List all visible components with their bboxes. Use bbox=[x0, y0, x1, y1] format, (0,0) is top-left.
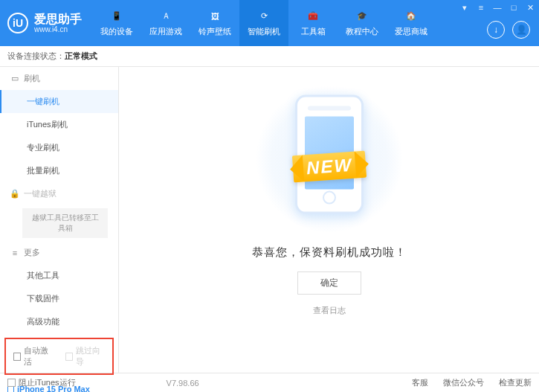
nav-label: 我的设备 bbox=[100, 26, 133, 37]
status-bar: 设备连接状态： 正常模式 bbox=[0, 46, 539, 67]
menu-button[interactable]: ▾ bbox=[460, 3, 469, 13]
status-value: 正常模式 bbox=[65, 51, 97, 62]
download-button[interactable]: ↓ bbox=[487, 21, 505, 39]
sidebar-item-other[interactable]: 其他工具 bbox=[0, 264, 118, 287]
nav-label: 铃声壁纸 bbox=[199, 26, 231, 37]
nav-label: 应用游戏 bbox=[149, 26, 182, 37]
nav-label: 爱思商城 bbox=[395, 26, 427, 37]
update-link[interactable]: 检查更新 bbox=[499, 377, 532, 388]
nav-flash[interactable]: ⟳智能刷机 bbox=[239, 0, 288, 46]
store-icon: 🏠 bbox=[404, 10, 419, 23]
nav-apps[interactable]: Ａ应用游戏 bbox=[141, 0, 190, 46]
nav-store[interactable]: 🏠爱思商城 bbox=[387, 0, 436, 46]
device-icon: 📱 bbox=[109, 10, 124, 23]
checkbox-label: 跳过向导 bbox=[76, 345, 105, 367]
success-illustration: NEW bbox=[255, 85, 404, 234]
minimize-button[interactable]: — bbox=[493, 3, 502, 13]
apps-icon: Ａ bbox=[158, 10, 173, 23]
toolbox-icon: 🧰 bbox=[306, 10, 320, 23]
window-controls: ▾ ≡ — □ ✕ bbox=[460, 3, 535, 13]
nav-wallpaper[interactable]: 🖼铃声壁纸 bbox=[190, 0, 239, 46]
main-content: NEW 恭喜您，保资料刷机成功啦！ 确定 查看日志 bbox=[119, 67, 539, 373]
success-message: 恭喜您，保资料刷机成功啦！ bbox=[252, 245, 407, 260]
sidebar-item-pro[interactable]: 专业刷机 bbox=[0, 136, 118, 159]
maximize-button[interactable]: □ bbox=[509, 3, 518, 13]
group-label: 刷机 bbox=[24, 73, 40, 84]
title-bar: iU 爱思助手 www.i4.cn 📱我的设备 Ａ应用游戏 🖼铃声壁纸 ⟳智能刷… bbox=[0, 0, 539, 46]
sidebar-item-oneclick[interactable]: 一键刷机 bbox=[0, 90, 118, 113]
logo-icon: iU bbox=[7, 13, 28, 33]
nav-label: 工具箱 bbox=[301, 26, 326, 37]
app-url: www.i4.cn bbox=[34, 25, 82, 33]
options-highlight: 自动激活 跳过向导 bbox=[4, 338, 114, 375]
sidebar-item-batch[interactable]: 批量刷机 bbox=[0, 159, 118, 182]
group-label: 更多 bbox=[24, 247, 40, 258]
jailbreak-notice: 越狱工具已转移至工具箱 bbox=[22, 208, 108, 238]
checkbox-label: 自动激活 bbox=[24, 345, 53, 367]
account-button[interactable]: 👤 bbox=[512, 21, 530, 39]
app-name: 爱思助手 bbox=[34, 13, 82, 26]
nav-label: 智能刷机 bbox=[248, 26, 280, 37]
skip-guide-checkbox: 跳过向导 bbox=[65, 345, 106, 367]
version-label: V7.98.66 bbox=[167, 379, 199, 388]
group-label: 一键越狱 bbox=[24, 188, 57, 199]
tray-button[interactable]: ≡ bbox=[477, 3, 485, 13]
sidebar-item-advanced[interactable]: 高级功能 bbox=[0, 310, 118, 333]
status-label: 设备连接状态： bbox=[7, 51, 65, 62]
checkbox-label: 阻止iTunes运行 bbox=[19, 377, 76, 388]
list-icon: ≡ bbox=[10, 248, 19, 257]
nav-toolbox[interactable]: 🧰工具箱 bbox=[288, 0, 338, 46]
lock-icon: 🔒 bbox=[10, 190, 19, 199]
sidebar-group-flash[interactable]: ▭ 刷机 bbox=[0, 67, 118, 90]
sidebar: ▭ 刷机 一键刷机 iTunes刷机 专业刷机 批量刷机 🔒 一键越狱 越狱工具… bbox=[0, 67, 119, 373]
new-ribbon: NEW bbox=[291, 151, 366, 183]
nav-tutorial[interactable]: 🎓教程中心 bbox=[338, 0, 387, 46]
nav-my-device[interactable]: 📱我的设备 bbox=[92, 0, 141, 46]
sidebar-item-download[interactable]: 下载固件 bbox=[0, 287, 118, 310]
flash-icon: ⟳ bbox=[256, 10, 271, 23]
view-log-link[interactable]: 查看日志 bbox=[313, 305, 346, 316]
sidebar-group-more[interactable]: ≡ 更多 bbox=[0, 241, 118, 264]
tutorial-icon: 🎓 bbox=[355, 10, 369, 23]
header-actions: ↓ 👤 bbox=[487, 21, 530, 39]
block-itunes-checkbox[interactable]: 阻止iTunes运行 bbox=[7, 377, 76, 388]
nav-label: 教程中心 bbox=[346, 26, 378, 37]
wallpaper-icon: 🖼 bbox=[207, 10, 222, 23]
ok-button[interactable]: 确定 bbox=[297, 271, 361, 295]
close-button[interactable]: ✕ bbox=[526, 3, 535, 13]
app-logo: iU 爱思助手 www.i4.cn bbox=[0, 0, 92, 46]
phone-icon: ▭ bbox=[10, 74, 19, 83]
sidebar-group-jailbreak: 🔒 一键越狱 bbox=[0, 182, 118, 205]
auto-activate-checkbox[interactable]: 自动激活 bbox=[13, 345, 54, 367]
support-link[interactable]: 客服 bbox=[412, 377, 428, 388]
sidebar-item-itunes[interactable]: iTunes刷机 bbox=[0, 113, 118, 136]
wechat-link[interactable]: 微信公众号 bbox=[443, 377, 484, 388]
